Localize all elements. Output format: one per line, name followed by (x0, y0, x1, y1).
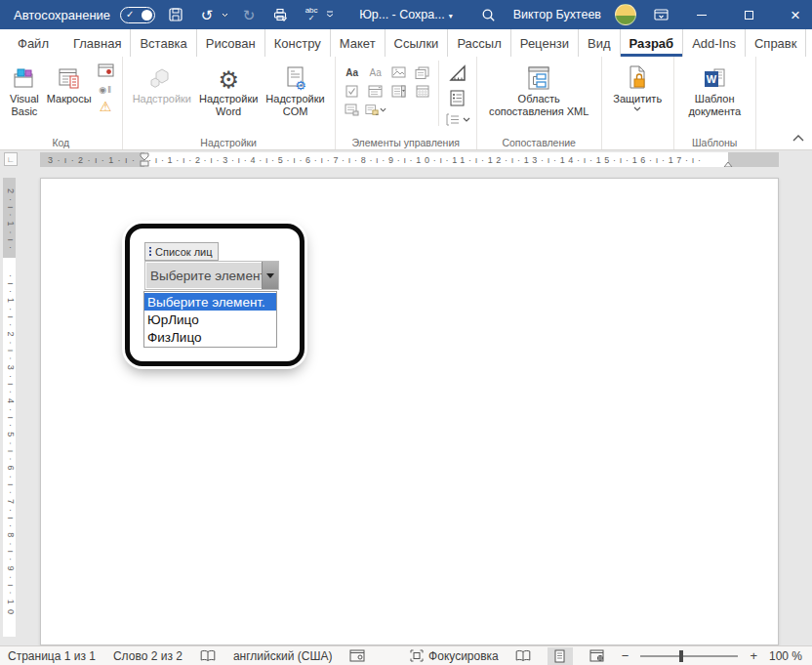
building-block-gallery-button[interactable] (412, 63, 433, 81)
title-bar: Автосохранение ✓ ↺ ↻ abc (0, 0, 812, 29)
ribbon-tab[interactable]: Add-Ins (683, 29, 746, 57)
ribbon-tab[interactable]: Рисован (197, 29, 265, 57)
save-icon (168, 7, 183, 22)
horizontal-ruler[interactable]: 3·ı·2·ı·1·ı· ·ı·1·ı·2·ı·3·ı·4·ı·5·ı·6·ı·… (40, 152, 779, 167)
word-addins-button[interactable]: ⚙ НадстройкиWord (195, 61, 262, 119)
ribbon-tab[interactable]: Рецензи (511, 29, 579, 57)
undo-dropdown-caret[interactable] (222, 11, 228, 20)
visual-basic-icon (12, 62, 37, 92)
group-label-mapping: Сопоставление (477, 137, 601, 148)
rich-text-control-button[interactable]: Aa (342, 63, 363, 81)
date-picker-control-button[interactable] (412, 82, 433, 100)
indent-marker[interactable] (140, 152, 149, 167)
ribbon-display-options-button[interactable] (650, 4, 671, 25)
word-count-indicator[interactable]: Слово 2 из 2 (113, 649, 183, 663)
document-template-button[interactable]: W Шаблондокумента (684, 61, 745, 119)
user-name[interactable]: Виктор Бухтеев (513, 8, 601, 21)
control-properties-button[interactable] (450, 90, 465, 110)
customize-qat-button[interactable] (326, 11, 334, 20)
visual-basic-button[interactable]: VisualBasic (6, 61, 43, 119)
user-avatar[interactable] (615, 4, 636, 25)
com-addins-button[interactable]: ⚙ НадстройкиCOM (262, 61, 328, 119)
vertical-ruler[interactable]: 2·ı·1·ı· ·ı·1·ı·2·ı·3·ı·4·ı·5·ı·6·ı·7·ı·… (3, 178, 16, 637)
chevron-up-icon (792, 135, 804, 142)
legacy-tools-button[interactable] (365, 101, 386, 118)
dropdown-options-list: Выберите элемент.ЮрЛицоФизЛицо (143, 291, 277, 348)
document-page[interactable]: Список лиц Выберите элемент. Выберите эл… (40, 178, 779, 645)
protect-button[interactable]: Защитить (609, 61, 666, 113)
zoom-slider[interactable] (640, 655, 738, 657)
ribbon-tabs: ФайлГлавнаяВставкаРисованКонструМакетСсы… (0, 29, 812, 57)
collapse-ribbon-button[interactable] (792, 128, 804, 145)
undo-button[interactable]: ↺ (196, 4, 218, 25)
search-button[interactable] (478, 4, 500, 25)
group-label-templates: Шаблоны (674, 137, 755, 148)
design-mode-button[interactable] (448, 63, 467, 87)
search-icon (481, 8, 496, 22)
macro-security-warning-icon[interactable]: ⚠ (100, 100, 112, 113)
print-layout-button[interactable] (548, 647, 573, 665)
zoom-slider-thumb[interactable] (679, 650, 683, 662)
ribbon-tab[interactable]: Ссылки (386, 29, 449, 57)
ribbon-tab[interactable]: Констру (265, 29, 331, 57)
group-controls-icon (445, 113, 461, 126)
group-controls-button[interactable] (445, 113, 470, 126)
ribbon-tab[interactable]: Файл (6, 29, 61, 57)
read-mode-button[interactable] (510, 647, 536, 665)
dropdown-option[interactable]: Выберите элемент. (144, 293, 276, 311)
dropdown-option[interactable]: ЮрЛицо (144, 311, 276, 328)
spelling-button[interactable]: abc ✓ (301, 4, 322, 25)
save-button[interactable] (165, 4, 186, 25)
zoom-level[interactable]: 100 % (769, 649, 802, 663)
maximize-button[interactable] (732, 0, 765, 29)
language-indicator[interactable]: английский (США) (233, 649, 332, 663)
checkbox-control-icon (345, 85, 358, 98)
focus-mode-button[interactable]: Фокусировка (410, 649, 499, 663)
ribbon-group-mapping: Областьсопоставления XML Сопоставление (477, 57, 602, 149)
addins-button[interactable]: Надстройки (129, 61, 195, 107)
zoom-in-button[interactable]: + (750, 648, 757, 663)
document-title: Юр... - Сохра...▾ (334, 8, 478, 21)
dropdown-content-control[interactable]: Выберите элемент. (144, 261, 279, 290)
ribbon-group-protect: Защитить (602, 57, 674, 149)
proofing-status-button[interactable] (200, 649, 216, 662)
pause-recording-button[interactable]: ◉‖ (99, 86, 112, 95)
record-macro-button[interactable] (98, 63, 114, 81)
plain-text-control-button[interactable]: Aa (365, 63, 386, 81)
dropdown-arrow-button[interactable] (262, 262, 278, 289)
dropdown-list-control-button[interactable] (388, 82, 410, 100)
protect-icon (625, 62, 650, 92)
dropdown-option[interactable]: ФизЛицо (144, 328, 276, 346)
ribbon-tab[interactable]: Рассыл (448, 29, 510, 57)
macro-recording-button[interactable] (349, 649, 365, 662)
zoom-out-button[interactable]: − (622, 648, 629, 663)
ribbon-tab[interactable]: Макет (331, 29, 386, 57)
web-layout-button[interactable] (585, 647, 610, 665)
ribbon-tab[interactable]: Справк (746, 29, 806, 57)
macros-button[interactable]: Макросы (43, 61, 96, 107)
right-indent-marker[interactable] (723, 160, 733, 167)
checkbox-control-button[interactable] (342, 82, 363, 100)
word-addins-gear-icon: ⚙ (218, 62, 239, 92)
quick-print-button[interactable] (269, 4, 291, 25)
combo-box-control-button[interactable] (365, 82, 386, 100)
combo-box-control-icon (368, 85, 383, 98)
repeating-section-control-button[interactable] (342, 101, 363, 118)
picture-control-button[interactable] (388, 63, 410, 81)
redo-button[interactable]: ↻ (238, 4, 260, 25)
tab-stop-selector[interactable]: ∟ (4, 152, 18, 166)
ribbon-tab[interactable]: KUTOOL (806, 29, 812, 57)
autosave-toggle[interactable]: ✓ (120, 7, 155, 23)
xml-mapping-pane-button[interactable]: Областьсопоставления XML (485, 61, 592, 119)
check-icon: ✓ (126, 10, 134, 20)
ribbon-tab[interactable]: Главная (64, 29, 131, 57)
page-number-indicator[interactable]: Страница 1 из 1 (8, 649, 96, 663)
ribbon-tab[interactable]: Вид (579, 29, 621, 57)
autosave-label: Автосохранение (14, 8, 110, 22)
undo-icon: ↺ (201, 8, 214, 22)
ribbon-tab[interactable]: Вставка (131, 29, 196, 57)
close-button[interactable]: × (779, 0, 812, 29)
content-control-tag[interactable]: Список лиц (144, 242, 219, 261)
minimize-button[interactable] (685, 0, 718, 29)
ribbon-tab[interactable]: Разраб (621, 29, 684, 57)
